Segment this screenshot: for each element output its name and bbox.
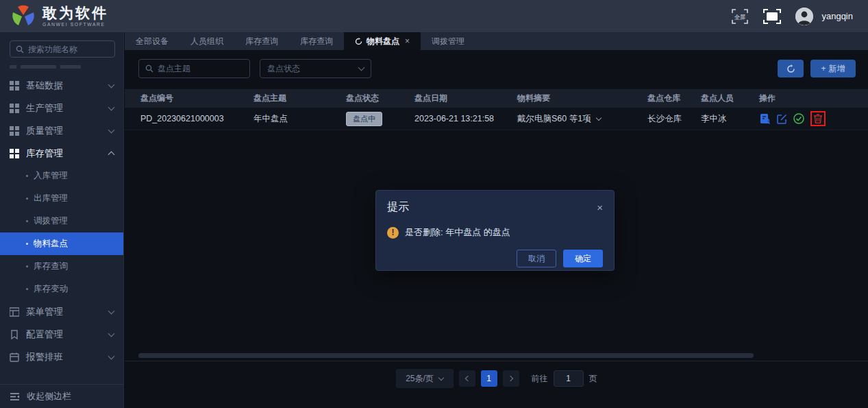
sidebar-item-alarm-schedule[interactable]: 报警排班 bbox=[0, 346, 123, 368]
sidebar-item-label: 报警排班 bbox=[26, 351, 102, 363]
sidebar-subitem-label: 库存查询 bbox=[34, 261, 68, 272]
chevron-down-icon bbox=[108, 104, 115, 110]
tab-transfer[interactable]: 调拨管理 bbox=[421, 32, 475, 50]
header-actions: 全屏 yangqin bbox=[731, 8, 868, 25]
cell-subject: 年中盘点 bbox=[253, 113, 346, 125]
page-size-value: 25条/页 bbox=[406, 373, 434, 385]
fullscreen-cn-icon[interactable]: 全屏 bbox=[731, 8, 749, 25]
tab-personnel[interactable]: 人员组织 bbox=[179, 32, 234, 50]
add-button[interactable]: + 新增 bbox=[810, 60, 856, 77]
sidebar-item-config[interactable]: 配置管理 bbox=[0, 323, 123, 346]
tab-label: 物料盘点 bbox=[367, 36, 399, 47]
sidebar: 基础数据 生产管理 质量管理 bbox=[0, 32, 124, 408]
sidebar-item-menu-mgmt[interactable]: 菜单管理 bbox=[0, 300, 123, 323]
user-avatar[interactable] bbox=[795, 8, 813, 25]
bookmark-icon bbox=[10, 330, 19, 339]
page-size-select[interactable]: 25条/页 bbox=[396, 369, 454, 388]
search-icon bbox=[145, 64, 153, 73]
edit-icon[interactable] bbox=[776, 113, 787, 124]
tab-label: 调拨管理 bbox=[432, 36, 464, 47]
warning-icon: ! bbox=[387, 227, 399, 239]
collapse-sidebar-button[interactable]: 收起侧边栏 bbox=[0, 385, 123, 408]
delete-icon[interactable] bbox=[813, 114, 823, 123]
view-detail-icon[interactable] bbox=[759, 113, 770, 124]
sidebar-item-quality[interactable]: 质量管理 bbox=[0, 119, 123, 142]
next-page-button[interactable] bbox=[503, 370, 519, 387]
sidebar-item-label: 菜单管理 bbox=[26, 306, 102, 318]
sidebar-item-transfer[interactable]: 调拨管理 bbox=[0, 210, 123, 232]
dialog-message: 是否删除: 年中盘点 的盘点 bbox=[405, 226, 510, 239]
chevron-right-icon bbox=[507, 376, 512, 381]
status-badge: 盘点中 bbox=[346, 112, 382, 126]
app-root: 敢为软件 GANWEI SOFTWARE 全屏 bbox=[0, 0, 868, 408]
cell-summary[interactable]: 戴尔电脑S60 等1项 bbox=[517, 113, 647, 125]
dialog-footer: 取消 确定 bbox=[387, 250, 603, 267]
chevron-left-icon bbox=[464, 376, 470, 381]
dot-icon bbox=[26, 197, 28, 200]
brand-subtitle: GANWEI SOFTWARE bbox=[42, 22, 108, 27]
tab-stock-query-2[interactable]: 库存查询 bbox=[289, 32, 344, 50]
prev-page-button[interactable] bbox=[459, 370, 475, 387]
summary-text: 戴尔电脑S60 等1项 bbox=[517, 113, 591, 125]
cell-person: 李中冰 bbox=[701, 113, 759, 125]
cell-warehouse: 长沙仓库 bbox=[647, 113, 701, 125]
sidebar-item-inventory[interactable]: 库存管理 bbox=[0, 142, 123, 165]
username-label[interactable]: yangqin bbox=[821, 11, 853, 21]
goto-page-input[interactable] bbox=[554, 370, 584, 387]
tab-stock-query-1[interactable]: 库存查询 bbox=[234, 32, 289, 50]
chevron-down-icon bbox=[108, 81, 115, 88]
confirm-button[interactable]: 确定 bbox=[563, 250, 603, 267]
tab-all-devices[interactable]: 全部设备 bbox=[125, 32, 179, 50]
sidebar-item-inbound[interactable]: 入库管理 bbox=[0, 165, 123, 187]
expand-screen-icon[interactable] bbox=[762, 8, 782, 25]
sidebar-item-label: 配置管理 bbox=[26, 328, 102, 341]
collapse-sidebar-icon bbox=[10, 392, 20, 401]
tab-close-icon[interactable]: × bbox=[405, 36, 410, 46]
chevron-down-icon bbox=[438, 375, 444, 381]
col-header-warehouse: 盘点仓库 bbox=[647, 93, 701, 104]
sidebar-menu: 基础数据 生产管理 质量管理 bbox=[0, 74, 123, 384]
refresh-button[interactable] bbox=[778, 60, 804, 77]
sidebar-item-label: 基础数据 bbox=[26, 80, 102, 92]
sidebar-item-production[interactable]: 生产管理 bbox=[0, 97, 123, 119]
col-header-date: 盘点日期 bbox=[414, 93, 517, 104]
table-row[interactable]: PD_20230621000003 年中盘点 盘点中 2023-06-21 13… bbox=[125, 108, 868, 130]
sidebar-subitem-label: 库存变动 bbox=[34, 283, 68, 295]
calendar-icon bbox=[10, 352, 19, 362]
svg-text:全屏: 全屏 bbox=[734, 13, 746, 20]
current-page-button[interactable]: 1 bbox=[481, 370, 497, 387]
sidebar-item-stock-query[interactable]: 库存查询 bbox=[0, 255, 123, 278]
grid-icon bbox=[10, 126, 19, 136]
chevron-down-icon bbox=[358, 64, 365, 71]
table-bottom-border bbox=[125, 361, 868, 361]
chevron-down-icon bbox=[108, 352, 115, 359]
sidebar-item-basic-data[interactable]: 基础数据 bbox=[0, 74, 123, 97]
plus-icon: + bbox=[821, 64, 826, 73]
cancel-button[interactable]: 取消 bbox=[517, 250, 556, 267]
dialog-close-icon[interactable]: × bbox=[597, 202, 603, 213]
complete-check-icon[interactable] bbox=[793, 113, 804, 124]
dot-icon bbox=[26, 265, 28, 267]
sidebar-subitem-label: 调拨管理 bbox=[34, 215, 68, 227]
sidebar-search-box[interactable] bbox=[10, 40, 115, 58]
sidebar-item-stocktake[interactable]: 物料盘点 bbox=[0, 232, 123, 255]
subject-search-input[interactable] bbox=[158, 64, 243, 73]
tab-refresh-icon[interactable] bbox=[355, 38, 362, 45]
tab-stocktake-active[interactable]: 物料盘点 × bbox=[344, 32, 421, 50]
sidebar-item-stock-change[interactable]: 库存变动 bbox=[0, 278, 123, 300]
brand-text: 敢为软件 GANWEI SOFTWARE bbox=[42, 5, 108, 27]
sidebar-item-outbound[interactable]: 出库管理 bbox=[0, 187, 123, 210]
dot-icon bbox=[26, 220, 28, 222]
pagination: 25条/页 1 前往 页 bbox=[125, 368, 868, 389]
subject-search-box[interactable] bbox=[138, 59, 250, 78]
goto-label: 前往 bbox=[532, 373, 548, 385]
status-select[interactable]: 盘点状态 bbox=[260, 59, 371, 78]
horizontal-scrollbar[interactable] bbox=[138, 353, 754, 358]
grid-icon bbox=[10, 81, 19, 91]
tab-label: 人员组织 bbox=[190, 36, 223, 47]
sidebar-search-input[interactable] bbox=[28, 45, 109, 54]
cell-date: 2023-06-21 13:21:58 bbox=[414, 114, 517, 123]
cell-status: 盘点中 bbox=[346, 112, 414, 126]
tab-bar: 全部设备 人员组织 库存查询 库存查询 物料盘点 × 调拨管理 bbox=[125, 32, 868, 50]
tab-label: 库存查询 bbox=[300, 36, 333, 47]
